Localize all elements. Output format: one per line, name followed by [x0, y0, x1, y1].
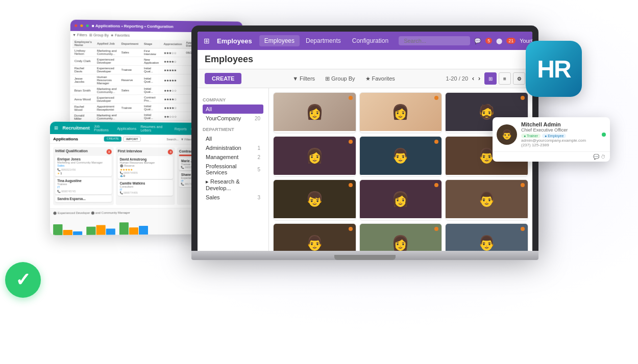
topbar-right: 💬 5 ⬤ 21 YourCompany [399, 35, 532, 46]
nav-configuration[interactable]: Configuration [347, 35, 394, 46]
sidebar-professional-count: 5 [257, 167, 260, 172]
overlay-status-dot-mitchell [602, 133, 606, 137]
status-dot-anita [349, 96, 353, 100]
dot-yellow [80, 24, 83, 27]
employee-photo-doris: 👩 [274, 137, 356, 175]
filter-icon: ▼ [292, 75, 298, 82]
sidebar-professional-label: Professional Services [206, 163, 257, 175]
star-icon: ★ [365, 75, 371, 82]
page-title: Employees [205, 54, 253, 64]
employee-card-rachel[interactable]: 👩 Rachel Perry Marketing and Community M… [359, 223, 443, 251]
sidebar-management-count: 2 [257, 154, 260, 160]
messages-icon[interactable]: 💬 [474, 38, 481, 44]
kanban-card-2: Tina Augustine Trainee IT 📞 9898745745 [55, 177, 111, 194]
app-title: Employees [217, 37, 252, 45]
sidebar-research[interactable]: ▸ Research & Develop... [203, 177, 263, 193]
employee-card-anita[interactable]: 👩 Anita Oliver Experienced Developer ● E… [273, 92, 356, 133]
page-title-bar: Employees [198, 50, 532, 69]
recruit-nav-4: Reports [175, 127, 187, 131]
sidebar-yourcompany-count: 20 [255, 116, 260, 121]
recruit-app-name: Recruitment [63, 125, 90, 131]
status-dot-beth [521, 96, 525, 100]
view-icons: ⊞ ≡ ⚙ [484, 72, 525, 85]
filters-button[interactable]: ▼ Filters [289, 74, 318, 83]
groupby-button[interactable]: ⊞ Group By [322, 74, 358, 84]
employee-card-doris[interactable]: 👩 Doris Cole Consultant doris.cole31@exa… [273, 136, 356, 177]
laptop-screen-border: ⊞ Employees Employees Departments Config… [191, 25, 538, 251]
favorites-button[interactable]: ★ Favorites [362, 74, 398, 84]
grid-icon: ⊞ [204, 37, 210, 45]
sidebar-management-label: Management [206, 154, 238, 160]
nav-departments[interactable]: Departments [301, 35, 346, 46]
recruit-nav-3: Resumes and Letters [140, 125, 170, 132]
status-dot-rachel [434, 227, 438, 231]
overlay-tags-mitchell: ● Trainer ● Employee [521, 134, 598, 138]
employee-card-randall[interactable]: 👨 Randall Lewis Experienced Developer [445, 223, 528, 251]
sidebar-yourcompany-label: YourCompany [206, 115, 241, 121]
sidebar-professional-services[interactable]: Professional Services 5 [203, 162, 263, 177]
overlay-role-mitchell: Chief Executive Officer [521, 127, 598, 133]
pagination: 1-20 / 20 [446, 75, 468, 82]
employee-card-jeffrey[interactable]: 👦 Jeffrey Kelly Marketing and Community … [273, 179, 356, 220]
sub-bar: CREATE ▼ Filters ⊞ Group By ★ Favorites [198, 69, 532, 88]
right-controls: 1-20 / 20 ‹ › ⊞ ≡ ⚙ [446, 72, 525, 85]
sidebar-sales[interactable]: Sales 3 [203, 193, 263, 202]
filter-controls: ▼ Filters ⊞ Group By ★ Favorites [289, 74, 398, 84]
dept-section-title: DEPARTMENT [203, 127, 263, 132]
groupby-icon: ⊞ [325, 75, 330, 82]
card-body-jeffrey: Jeffrey Kelly Marketing and Community Ma… [274, 218, 356, 220]
nav-employees[interactable]: Employees [259, 35, 300, 46]
overlay-card-mitchell[interactable]: 👨 Mitchell Admin Chief Executive Officer… [493, 117, 610, 152]
overlay-info-mitchell: Mitchell Admin Chief Executive Officer ●… [521, 121, 598, 147]
employee-card-audrey[interactable]: 👩 Audrey Peterson Consultant ● Employee … [359, 92, 443, 133]
dot-red [75, 24, 77, 27]
overlay-footer-mitchell: 💬 ⏱ [493, 152, 610, 162]
employee-card-jennie[interactable]: 👩 Jennie Fletcher Experienced Developer … [359, 179, 443, 220]
hr-icon: HR [526, 41, 582, 97]
employee-grid: 👩 Anita Oliver Experienced Developer ● E… [269, 88, 532, 251]
sidebar-management[interactable]: Management 2 [203, 152, 263, 162]
check-icon [5, 262, 41, 298]
sidebar-all-dept-label: All [206, 136, 212, 142]
employee-card-marc[interactable]: 👨 Marc Demo Experienced Developer ● Empl… [445, 179, 528, 220]
employee-card-mitchell1[interactable]: 👨 Mitchell Admin Chief Executive Officer… [273, 223, 356, 251]
list-view-btn[interactable]: ≡ [499, 72, 511, 85]
card-body-ernest: Ernest Reed Consultant ernest.reed47@exa… [446, 175, 528, 177]
kanban-col-initial: Initial Qualification3 Enrique Jones Mar… [53, 147, 113, 205]
card-body-jennie: Jennie Fletcher Experienced Developer ● … [360, 218, 442, 220]
overlay-email-mitchell: admin@yourcompany.example.com [521, 138, 598, 143]
create-button[interactable]: CREATE [205, 73, 241, 84]
sidebar-administration[interactable]: Administration 1 [203, 143, 263, 152]
prev-page-btn[interactable]: ‹ [472, 75, 474, 82]
search-input[interactable] [399, 36, 470, 45]
employee-photo-marc: 👨 [446, 180, 528, 218]
kanban-card-4: David Armstrong Human Resources Manager … [118, 156, 174, 179]
next-page-btn[interactable]: › [478, 75, 480, 82]
grid-view-btn[interactable]: ⊞ [484, 72, 497, 85]
activity-icon[interactable]: ⬤ [496, 38, 502, 44]
employee-card-eli[interactable]: 👨 Eli Lambert Marketing and Community Ma… [359, 136, 443, 177]
status-dot-randall [521, 227, 525, 231]
kanban-col-initial-title: Initial Qualification3 [55, 149, 111, 154]
sidebar-all-dept[interactable]: All [203, 134, 263, 143]
recruit-import-btn[interactable]: IMPORT [123, 137, 141, 142]
hr-icon-label: HR [537, 55, 570, 83]
dot-green [86, 24, 89, 27]
employee-photo-mitchell1: 👨 [274, 224, 356, 251]
sidebar-sales-label: Sales [206, 194, 220, 200]
recruit-create-btn[interactable]: CREATE [104, 137, 121, 142]
employee-photo-rachel: 👩 [360, 224, 442, 251]
card-body-eli: Eli Lambert Marketing and Community Mana… [360, 175, 442, 177]
sidebar: COMPANY All YourCompany 20 DEPARTMENT Al… [198, 88, 269, 251]
mini-bar-title: ■ Applications • Reporting • Configurati… [92, 23, 174, 29]
kanban-card-5: Camille Watkins Consultant IT 📞 99887744… [118, 180, 174, 196]
sidebar-yourcompany[interactable]: YourCompany 20 [203, 114, 263, 123]
app-topbar: ⊞ Employees Employees Departments Config… [198, 32, 532, 50]
company-section-title: COMPANY [203, 97, 263, 102]
settings-view-btn[interactable]: ⚙ [513, 72, 525, 85]
status-dot-mitchell1 [349, 227, 353, 231]
sidebar-sales-count: 3 [257, 195, 260, 200]
sidebar-all-company[interactable]: All [203, 105, 263, 114]
overlay-chat-icon: 💬 ⏱ [593, 154, 606, 160]
groupby-label: Group By [331, 75, 355, 82]
